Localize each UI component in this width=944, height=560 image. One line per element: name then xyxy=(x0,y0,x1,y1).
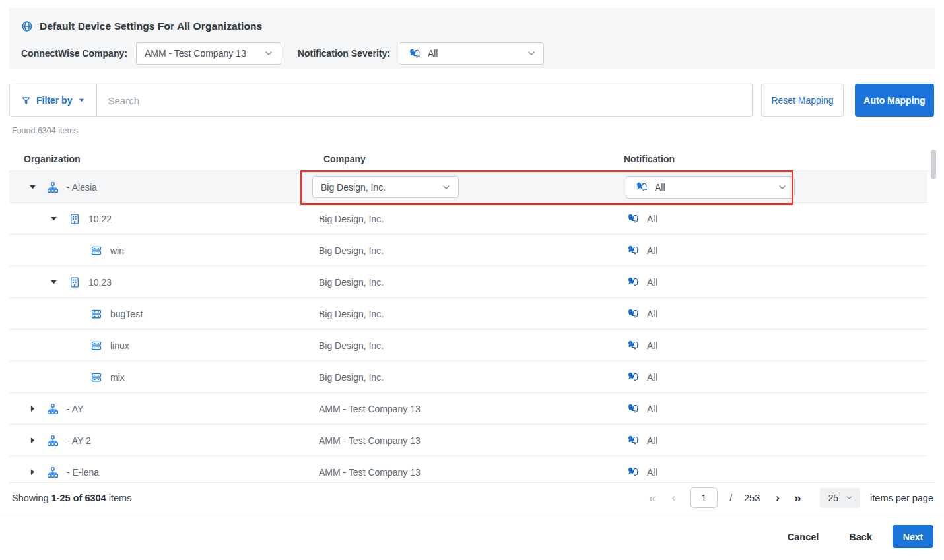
notification-value: All xyxy=(617,212,657,225)
pagination-bar: Showing 1-25 of 6304 items « ‹ / 253 › »… xyxy=(9,482,935,513)
table-row[interactable]: 10.23 Big Design, Inc. Big Design, Inc. … xyxy=(9,266,927,298)
notification-severity-select[interactable]: All xyxy=(399,42,544,65)
table-row[interactable]: - E-lena AMM - Test Company 13 AMM - Tes… xyxy=(9,456,927,482)
caret-down-icon xyxy=(50,216,57,221)
device-server-icon xyxy=(90,371,102,383)
settings-header-panel: Default Device Settings For All Organiza… xyxy=(9,8,935,69)
notification-cell: All All xyxy=(617,235,927,266)
company-cell: Big Design, Inc. Big Design, Inc. xyxy=(312,235,617,266)
company-cell: AMM - Test Company 13 AMM - Test Company… xyxy=(312,425,617,456)
filter-funnel-icon xyxy=(21,96,31,106)
filter-by-label: Filter by xyxy=(36,95,72,106)
back-button[interactable]: Back xyxy=(849,532,872,542)
company-name: Big Design, Inc. xyxy=(312,309,384,319)
auto-mapping-button[interactable]: Auto Mapping xyxy=(855,84,934,117)
table-row[interactable]: win Big Design, Inc. Big Design, Inc. Al… xyxy=(9,235,927,266)
notification-bells-icon xyxy=(626,402,641,415)
organization-cell: - AY xyxy=(9,393,312,424)
search-input[interactable] xyxy=(97,84,752,116)
notification-cell: All All xyxy=(617,330,927,361)
previous-page-button[interactable]: ‹ xyxy=(671,492,675,503)
device-server-icon xyxy=(90,340,102,352)
organization-cell: linux xyxy=(9,330,312,361)
page-separator: / xyxy=(729,493,732,503)
organization-icon xyxy=(47,435,59,447)
row-type-icon xyxy=(47,435,59,447)
chevron-down-icon xyxy=(526,48,537,59)
notification-bells-icon xyxy=(626,307,641,320)
organization-cell: win xyxy=(9,235,312,266)
row-type-icon xyxy=(47,181,59,193)
notification-select[interactable]: All xyxy=(626,176,795,199)
first-page-button[interactable]: « xyxy=(649,491,656,504)
expand-collapse-toggle[interactable] xyxy=(28,185,37,189)
filter-by-button[interactable]: Filter by xyxy=(10,84,97,116)
table-row[interactable]: mix Big Design, Inc. Big Design, Inc. Al… xyxy=(9,361,927,393)
reset-mapping-button[interactable]: Reset Mapping xyxy=(761,84,844,117)
showing-items-text: Showing 1-25 of 6304 items xyxy=(9,493,131,503)
expand-collapse-toggle[interactable] xyxy=(28,437,37,444)
company-name: AMM - Test Company 13 xyxy=(312,435,421,446)
next-button[interactable]: Next xyxy=(893,525,933,548)
company-select[interactable]: Big Design, Inc. xyxy=(312,176,459,198)
row-type-icon xyxy=(47,466,59,478)
page-number-input[interactable] xyxy=(690,487,718,508)
company-cell: Big Design, Inc. Big Design, Inc. xyxy=(312,298,617,329)
row-type-icon xyxy=(90,371,102,383)
company-name: Big Design, Inc. xyxy=(312,245,384,256)
connectwise-company-select[interactable]: AMM - Test Company 13 xyxy=(136,42,281,65)
organization-label: linux xyxy=(110,340,129,351)
next-page-button[interactable]: › xyxy=(776,492,780,503)
last-page-button[interactable]: » xyxy=(794,491,801,504)
globe-icon xyxy=(21,20,33,32)
page-size-value: 25 xyxy=(828,493,839,503)
chevron-down-icon xyxy=(263,48,274,59)
notification-value: All xyxy=(617,402,657,415)
notification-bells-icon xyxy=(626,466,641,478)
caret-right-icon xyxy=(30,468,35,476)
notification-bells-icon xyxy=(407,47,422,60)
organization-icon xyxy=(47,181,59,193)
pagination-controls: « ‹ / 253 › » 25 items per page xyxy=(649,487,935,508)
organization-label: - E-lena xyxy=(67,467,99,478)
caret-right-icon xyxy=(30,405,35,412)
organization-label: - Alesia xyxy=(67,182,97,193)
row-type-icon xyxy=(90,340,102,352)
table-row[interactable]: - Alesia Big Design, Inc. Big Design, In… xyxy=(9,171,927,203)
organization-label: - AY 2 xyxy=(67,435,91,446)
company-name: AMM - Test Company 13 xyxy=(312,404,421,414)
organization-cell: bugTest xyxy=(9,298,312,329)
vertical-scrollbar-thumb[interactable] xyxy=(931,150,936,179)
table-row[interactable]: - AY 2 AMM - Test Company 13 AMM - Test … xyxy=(9,425,927,456)
expand-collapse-toggle[interactable] xyxy=(28,468,37,476)
cancel-button[interactable]: Cancel xyxy=(788,532,819,542)
organization-cell: - Alesia xyxy=(9,171,312,202)
page-size-select[interactable]: 25 xyxy=(820,488,861,508)
column-header-organization: Organization xyxy=(9,154,312,164)
connectwise-company-value: AMM - Test Company 13 xyxy=(145,48,246,59)
table-row[interactable]: 10.22 Big Design, Inc. Big Design, Inc. … xyxy=(9,203,927,235)
row-type-icon xyxy=(47,403,59,415)
company-name: Big Design, Inc. xyxy=(312,214,384,224)
company-cell: Big Design, Inc. Big Design, Inc. xyxy=(312,330,617,361)
expand-collapse-toggle[interactable] xyxy=(28,405,37,412)
items-per-page-label: items per page xyxy=(870,493,933,503)
expand-collapse-toggle[interactable] xyxy=(49,216,58,221)
table-row[interactable]: linux Big Design, Inc. Big Design, Inc. … xyxy=(9,330,927,361)
showing-range: 1-25 of 6304 xyxy=(51,493,106,503)
notification-cell: All All xyxy=(617,298,927,329)
organization-cell: - AY 2 xyxy=(9,425,312,456)
notification-cell: All All xyxy=(617,266,927,297)
row-type-icon xyxy=(69,276,81,288)
expand-collapse-toggle[interactable] xyxy=(49,280,58,284)
notification-severity-value: All xyxy=(428,48,438,59)
notification-bells-icon xyxy=(626,244,641,257)
table-row[interactable]: - AY AMM - Test Company 13 AMM - Test Co… xyxy=(9,393,927,425)
organization-label: win xyxy=(110,245,124,256)
row-type-icon xyxy=(90,245,102,257)
chevron-down-icon xyxy=(777,182,788,193)
organization-cell: 10.22 xyxy=(9,203,312,234)
row-type-icon xyxy=(90,308,102,320)
notification-value: All xyxy=(617,307,657,320)
table-row[interactable]: bugTest Big Design, Inc. Big Design, Inc… xyxy=(9,298,927,330)
